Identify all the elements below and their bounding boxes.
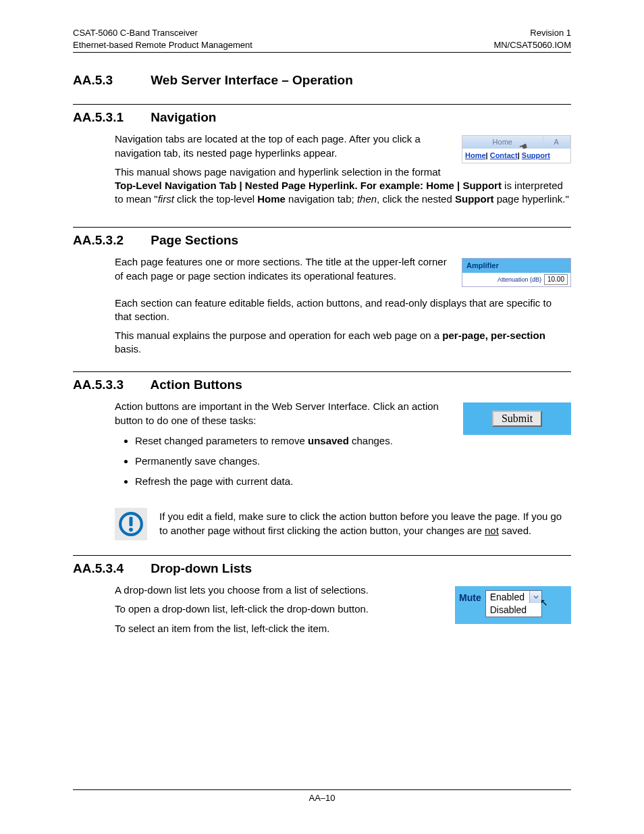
nav-p2: This manual shows page navigation and hy… — [115, 165, 571, 207]
heading-dropdown-lists: AA.5.3.4 Drop-down Lists — [73, 555, 571, 577]
heading-nav-num: AA.5.3.1 — [73, 109, 147, 126]
fig-tab-a: A — [543, 136, 571, 149]
svg-point-2 — [129, 527, 133, 531]
ab-li3: Refresh the page with current data. — [135, 475, 571, 488]
fig-submit-button: Submit — [492, 411, 542, 427]
heading-page-sections: AA.5.3.2 Page Sections — [73, 227, 571, 249]
heading-main-num: AA.5.3 — [73, 72, 147, 89]
hdr-right-1: Revision 1 — [493, 27, 571, 39]
ab-li2: Permanently save changes. — [135, 454, 571, 468]
fig-tab-home: Home ☚ — [462, 136, 543, 149]
fig-mute-dropdown: Enabled Disabled ↖ — [485, 590, 542, 617]
fig-mute-opt-disabled: Disabled — [486, 604, 541, 617]
ab-list: Reset changed parameters to remove unsav… — [135, 434, 571, 489]
warning-text: If you edit a field, make sure to click … — [159, 510, 571, 538]
fig-link-home: Home — [465, 151, 486, 159]
heading-ps-num: AA.5.3.2 — [73, 232, 147, 249]
svg-rect-1 — [130, 517, 133, 526]
hdr-left-2: Ethernet-based Remote Product Management — [73, 39, 252, 51]
fig-amp-header: Amplifier — [462, 259, 570, 273]
figure-submit-button: Submit — [463, 402, 571, 435]
fig-amp-label: Attenuation (dB) — [498, 276, 541, 284]
heading-navigation: AA.5.3.1 Navigation — [73, 104, 571, 126]
heading-ab-num: AA.5.3.3 — [73, 376, 147, 394]
heading-dd-title: Drop-down Lists — [151, 561, 252, 575]
figure-mute-dropdown: Mute Enabled Disabled ↖ — [455, 586, 571, 624]
fig-link-contact: Contact — [490, 151, 518, 159]
figure-amplifier-section: Amplifier Attenuation (dB) 10.00 — [462, 258, 571, 286]
heading-action-buttons: AA.5.3.3 Action Buttons — [73, 371, 571, 394]
figure-nav-tabs: Home ☚ A Home| Contact| Support — [462, 135, 571, 163]
hdr-right-2: MN/CSAT5060.IOM — [493, 39, 571, 51]
heading-ps-title: Page Sections — [151, 233, 238, 247]
ps-p3: This manual explains the purpose and ope… — [115, 329, 571, 357]
heading-dd-num: AA.5.3.4 — [73, 560, 147, 577]
fig-amp-value: 10.00 — [544, 274, 568, 285]
page-footer: AA–10 — [73, 789, 571, 804]
warning-icon — [115, 508, 147, 540]
heading-main: AA.5.3 Web Server Interface – Operation — [73, 72, 571, 89]
page-header: CSAT-5060 C-Band Transceiver Ethernet-ba… — [73, 27, 571, 53]
ab-li1: Reset changed parameters to remove unsav… — [135, 434, 571, 448]
heading-ab-title: Action Buttons — [151, 377, 242, 392]
warning-note: If you edit a field, make sure to click … — [115, 508, 571, 540]
hdr-left-1: CSAT-5060 C-Band Transceiver — [73, 27, 252, 39]
cursor-arrow-icon: ↖ — [540, 596, 548, 609]
ps-p2: Each section can feature editable fields… — [115, 296, 571, 324]
heading-nav-title: Navigation — [151, 110, 216, 124]
fig-mute-label: Mute — [459, 590, 481, 617]
heading-main-title: Web Server Interface – Operation — [151, 73, 353, 87]
